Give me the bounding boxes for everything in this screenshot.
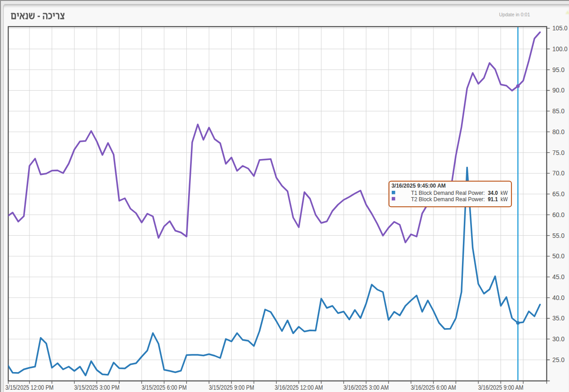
- svg-text:80.0: 80.0: [552, 128, 564, 136]
- svg-text:3/15/2025 12:00 PM: 3/15/2025 12:00 PM: [5, 384, 53, 391]
- svg-text:70.0: 70.0: [552, 169, 564, 177]
- svg-text:65.0: 65.0: [552, 190, 564, 198]
- svg-text:3/16/2025 9:45:00 AM: 3/16/2025 9:45:00 AM: [391, 182, 446, 189]
- svg-text:55.0: 55.0: [552, 232, 564, 239]
- svg-text:25.0: 25.0: [552, 356, 564, 363]
- svg-text:3/15/2025 9:00 PM: 3/15/2025 9:00 PM: [209, 384, 254, 391]
- svg-text:3/15/2025 6:00 PM: 3/15/2025 6:00 PM: [141, 384, 187, 391]
- svg-text:105.0: 105.0: [552, 24, 568, 32]
- svg-text:60.0: 60.0: [552, 211, 564, 218]
- svg-text:3/16/2025 9:00 AM: 3/16/2025 9:00 AM: [478, 384, 524, 391]
- svg-text:3/16/2025 6:00 AM: 3/16/2025 6:00 AM: [411, 384, 456, 391]
- svg-text:85.0: 85.0: [552, 107, 564, 115]
- svg-text:95.0: 95.0: [552, 66, 564, 73]
- svg-text:50.0: 50.0: [552, 252, 564, 260]
- svg-text:90.0: 90.0: [552, 87, 564, 94]
- svg-text:40.0: 40.0: [552, 294, 564, 301]
- svg-text:45.0: 45.0: [552, 273, 564, 281]
- svg-text:35.0: 35.0: [552, 315, 564, 322]
- svg-text:3/16/2025 12:00 AM: 3/16/2025 12:00 AM: [275, 384, 323, 391]
- svg-text:30.0: 30.0: [552, 335, 564, 343]
- svg-text:kW: kW: [501, 189, 508, 196]
- svg-text:T2 Block Demand Real Power:: T2 Block Demand Real Power:: [411, 196, 485, 203]
- svg-text:T1 Block Demand Real Power:: T1 Block Demand Real Power:: [411, 189, 485, 196]
- svg-text:3/16/2025 3:00 AM: 3/16/2025 3:00 AM: [344, 384, 389, 391]
- svg-text:100.0: 100.0: [552, 45, 568, 53]
- svg-text:75.0: 75.0: [552, 149, 564, 156]
- svg-text:Update in 0:01: Update in 0:01: [499, 12, 530, 17]
- svg-text:3/15/2025 3:00 PM: 3/15/2025 3:00 PM: [74, 384, 120, 391]
- svg-text:kW: kW: [501, 196, 508, 203]
- svg-text:34.0: 34.0: [488, 189, 498, 196]
- svg-text:91.1: 91.1: [488, 196, 498, 203]
